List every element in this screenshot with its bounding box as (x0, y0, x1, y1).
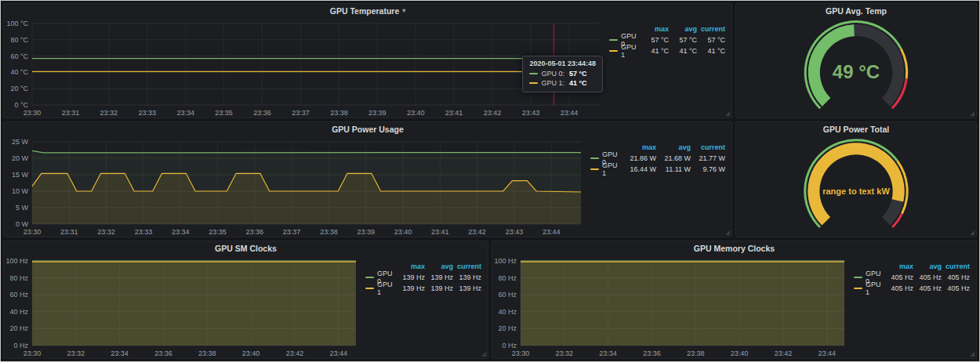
svg-text:23:38: 23:38 (198, 349, 216, 357)
svg-text:23:30: 23:30 (24, 349, 42, 357)
svg-text:23:34: 23:34 (599, 349, 617, 357)
series-color-icon (365, 277, 374, 278)
svg-text:0 Hz: 0 Hz (502, 342, 517, 349)
svg-text:23:30: 23:30 (24, 109, 42, 117)
legend-col-avg[interactable]: avg (425, 262, 453, 270)
legend-col-current[interactable]: current (691, 143, 725, 151)
memory-clocks-chart-canvas[interactable]: 23:3023:3223:3423:3623:3823:4023:4223:44… (492, 255, 852, 358)
legend-col-current[interactable]: current (453, 262, 481, 270)
legend-col-avg[interactable]: avg (656, 143, 691, 151)
svg-text:23:31: 23:31 (60, 228, 78, 236)
panel-title-text: GPU Temperature (330, 6, 400, 16)
series-color-icon (529, 73, 538, 74)
tooltip-series-value: 41 °C (569, 78, 587, 88)
power-chart-canvas[interactable]: 23:3023:3123:3223:3323:3423:3523:3623:37… (4, 136, 589, 237)
legend-col-current[interactable]: current (942, 262, 970, 270)
svg-text:60 Hz: 60 Hz (9, 291, 28, 299)
legend-col-current[interactable]: current (697, 25, 725, 33)
svg-text:23:43: 23:43 (506, 228, 524, 236)
legend-col-max[interactable]: max (397, 262, 425, 270)
svg-text:20 Hz: 20 Hz (498, 324, 517, 332)
svg-text:60 °C: 60 °C (10, 52, 28, 60)
chevron-down-icon: ▾ (402, 8, 405, 14)
svg-text:23:38: 23:38 (330, 109, 348, 117)
power-chart[interactable]: 23:3023:3123:3223:3323:3423:3523:3623:37… (4, 136, 589, 237)
legend-series-gpu1[interactable]: GPU 1 (365, 281, 397, 296)
svg-text:0 W: 0 W (16, 220, 29, 228)
legend-row-gpu1: GPU 1 139 Hz 139 Hz 139 Hz (365, 283, 481, 294)
svg-text:23:44: 23:44 (561, 109, 579, 117)
panel-title-gpu-temperature[interactable]: GPU Temperature ▾ (4, 4, 731, 17)
svg-text:0 °C: 0 °C (14, 101, 28, 109)
panel-title-text: GPU Memory Clocks (694, 244, 775, 253)
tooltip-series-label: GPU 1: (541, 78, 564, 88)
tooltip-row: GPU 1: 41 °C (529, 78, 596, 88)
panel-title-text: GPU SM Clocks (215, 244, 277, 253)
panel-title-gpu-power-usage[interactable]: GPU Power Usage (4, 122, 731, 136)
svg-text:25 W: 25 W (12, 138, 29, 146)
svg-text:60 Hz: 60 Hz (498, 291, 517, 299)
sm-clocks-chart[interactable]: 23:3023:3223:3423:3623:3823:4023:4223:44… (4, 255, 364, 358)
legend-col-max[interactable]: max (885, 262, 913, 270)
panel-title-gpu-power-total[interactable]: GPU Power Total (736, 122, 976, 136)
series-color-icon (590, 157, 599, 159)
svg-text:23:35: 23:35 (215, 109, 233, 117)
legend-series-gpu1[interactable]: GPU 1 (609, 43, 641, 59)
legend-col-avg[interactable]: avg (913, 262, 942, 270)
svg-text:100 °C: 100 °C (6, 20, 28, 27)
panel-gpu-avg-temp: GPU Avg. Temp 49 °C (735, 3, 977, 118)
svg-text:0 Hz: 0 Hz (13, 342, 28, 349)
svg-text:23:44: 23:44 (818, 349, 836, 357)
svg-text:23:40: 23:40 (242, 349, 260, 357)
tooltip-time: 2020-05-01 23:44:48 (529, 60, 596, 67)
panel-title-text: GPU Power Usage (332, 125, 404, 134)
svg-text:23:34: 23:34 (172, 228, 190, 236)
svg-text:23:44: 23:44 (543, 228, 561, 236)
avg-temp-gauge: 49 °C (736, 17, 976, 118)
temperature-chart-canvas[interactable]: 23:3023:3123:3223:3323:3423:3523:3623:37… (4, 17, 608, 118)
panel-title-gpu-sm-clocks[interactable]: GPU SM Clocks (4, 241, 488, 255)
sm-clocks-chart-canvas[interactable]: 23:3023:3223:3423:3623:3823:4023:4223:44… (4, 255, 364, 358)
legend-col-max[interactable]: max (641, 25, 669, 33)
svg-text:23:37: 23:37 (292, 109, 310, 117)
svg-text:23:41: 23:41 (445, 109, 463, 117)
svg-text:23:41: 23:41 (431, 228, 449, 236)
svg-text:23:40: 23:40 (394, 228, 412, 236)
legend-col-max[interactable]: max (622, 143, 656, 151)
panel-title-gpu-avg-temp[interactable]: GPU Avg. Temp (736, 4, 976, 17)
svg-text:23:38: 23:38 (687, 349, 705, 357)
svg-text:23:31: 23:31 (62, 109, 80, 117)
legend-memory-clocks: max avg current GPU 0 405 Hz 405 Hz 405 … (852, 255, 976, 358)
svg-text:100 Hz: 100 Hz (5, 257, 28, 265)
svg-text:23:38: 23:38 (320, 228, 338, 236)
svg-text:20 °C: 20 °C (10, 85, 28, 92)
svg-text:23:40: 23:40 (731, 349, 749, 357)
legend-row-gpu1: GPU 1 405 Hz 405 Hz 405 Hz (854, 283, 970, 294)
svg-text:10 W: 10 W (12, 187, 29, 195)
svg-text:23:44: 23:44 (329, 349, 347, 357)
series-color-icon (609, 50, 618, 52)
temperature-chart[interactable]: 23:3023:3123:3223:3323:3423:3523:3623:37… (4, 17, 608, 118)
legend-col-avg[interactable]: avg (669, 25, 697, 33)
power-total-gauge-canvas (736, 136, 976, 237)
panel-title-gpu-memory-clocks[interactable]: GPU Memory Clocks (492, 241, 976, 255)
svg-text:100 Hz: 100 Hz (494, 257, 517, 265)
legend-row-gpu1: GPU 1 16.44 W 11.11 W 9.76 W (590, 164, 725, 175)
svg-text:23:32: 23:32 (67, 349, 85, 357)
legend-series-gpu1[interactable]: GPU 1 (854, 281, 885, 296)
svg-text:23:36: 23:36 (643, 349, 661, 357)
svg-text:40 Hz: 40 Hz (498, 308, 517, 316)
legend-series-gpu1[interactable]: GPU 1 (590, 161, 622, 177)
svg-text:40 °C: 40 °C (10, 68, 28, 76)
series-color-icon (529, 82, 538, 84)
series-color-icon (590, 168, 599, 170)
svg-text:23:42: 23:42 (468, 228, 486, 236)
legend-power: max avg current GPU 0 21.86 W 21.68 W 21… (589, 136, 731, 237)
memory-clocks-chart[interactable]: 23:3023:3223:3423:3623:3823:4023:4223:44… (492, 255, 852, 358)
svg-text:80 °C: 80 °C (10, 36, 28, 44)
panel-gpu-power-total: GPU Power Total range to text kW (735, 121, 977, 237)
svg-text:23:36: 23:36 (154, 349, 172, 357)
svg-text:23:32: 23:32 (97, 228, 115, 236)
panel-gpu-sm-clocks: GPU SM Clocks 23:3023:3223:3423:3623:382… (3, 241, 488, 359)
svg-text:23:37: 23:37 (283, 228, 301, 236)
